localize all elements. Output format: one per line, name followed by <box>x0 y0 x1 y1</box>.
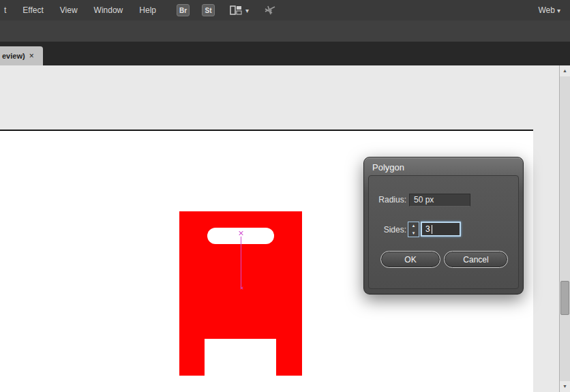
close-icon[interactable]: × <box>29 51 34 61</box>
anchor-point-icon <box>239 286 243 290</box>
text-caret <box>432 225 432 234</box>
stepper-down-icon[interactable]: ▾ <box>408 230 419 237</box>
workspace-switcher[interactable]: Web ▾ <box>539 5 570 15</box>
touch-workspace-icon[interactable] <box>262 5 278 16</box>
polygon-dialog: Polygon Radius: 50 px Sides: ▴ ▾ 3 OK Ca… <box>363 157 524 295</box>
scroll-up-icon[interactable]: ▲ <box>560 65 570 76</box>
touch-workspace-glyph <box>262 5 278 16</box>
menu-item-help[interactable]: Help <box>131 0 164 20</box>
dialog-title: Polygon <box>372 162 404 172</box>
workspace-label: Web <box>539 5 555 15</box>
white-notch-cutout <box>205 339 276 376</box>
cancel-button[interactable]: Cancel <box>444 251 508 268</box>
chevron-down-icon: ▾ <box>245 7 249 14</box>
menu-item-partial[interactable]: t <box>0 0 14 20</box>
menu-item-view[interactable]: View <box>52 0 86 20</box>
menu-bar: t Effect View Window Help Br St ▾ Web ▾ <box>0 0 570 20</box>
document-tab-title: eview) <box>2 52 25 60</box>
radius-input[interactable]: 50 px <box>409 194 470 207</box>
sides-value: 3 <box>425 224 430 234</box>
sides-stepper[interactable]: ▴ ▾ <box>408 222 419 237</box>
vertical-scrollbar[interactable]: ▲ ▼ <box>559 65 570 392</box>
scroll-down-icon[interactable]: ▼ <box>560 381 570 392</box>
ok-button[interactable]: OK <box>380 251 440 268</box>
menu-item-window[interactable]: Window <box>86 0 132 20</box>
radius-label: Radius: <box>370 195 406 205</box>
chevron-down-icon: ▾ <box>557 7 560 14</box>
arrange-documents-icon[interactable]: ▾ <box>230 5 249 15</box>
document-tab-bar: eview) × <box>0 42 570 65</box>
cursor-x-icon <box>238 230 243 236</box>
document-tab[interactable]: eview) × <box>0 46 43 65</box>
stock-icon[interactable]: St <box>202 4 215 16</box>
bridge-icon[interactable]: Br <box>177 4 190 16</box>
polygon-drag-preview-line <box>241 237 241 288</box>
menu-item-effect[interactable]: Effect <box>14 0 51 20</box>
stepper-up-icon[interactable]: ▴ <box>408 222 419 230</box>
sides-label: Sides: <box>370 225 406 235</box>
sides-input[interactable]: 3 <box>421 222 461 237</box>
control-bar: ▾ ▾ • 3 pt. Round ▾ Opacity: 100% › Styl… <box>0 20 570 42</box>
scrollbar-thumb[interactable] <box>560 281 569 315</box>
arrange-documents-glyph <box>230 5 242 15</box>
